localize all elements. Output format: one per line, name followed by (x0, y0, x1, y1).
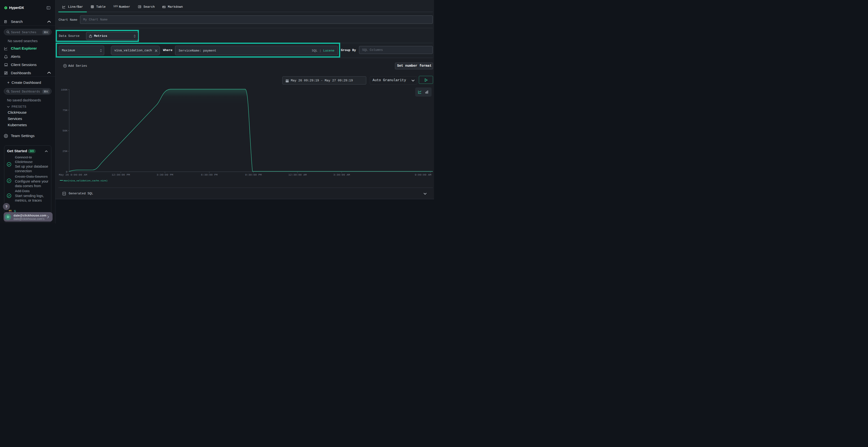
svg-text:75K: 75K (62, 109, 67, 112)
svg-text:3:30:00 PM: 3:30:00 PM (156, 173, 173, 176)
svg-text:0: 0 (66, 170, 67, 173)
svg-text:25K: 25K (62, 149, 67, 153)
svg-text:6:30:00 PM: 6:30:00 PM (201, 173, 217, 176)
svg-text:max(visa_validation_cache.size: max(visa_validation_cache.size) (64, 179, 107, 182)
svg-text:9:30:00 PM: 9:30:00 PM (245, 173, 261, 176)
svg-text:9:00:00 AM: 9:00:00 AM (415, 173, 431, 176)
svg-text:100K: 100K (61, 88, 67, 91)
svg-text:3:30:00 AM: 3:30:00 AM (333, 173, 350, 176)
svg-text:May 26 9:00:00 AM: May 26 9:00:00 AM (59, 173, 87, 176)
svg-text:12:30:00 AM: 12:30:00 AM (288, 173, 307, 176)
svg-text:50K: 50K (62, 129, 67, 132)
svg-text:12:30:00 PM: 12:30:00 PM (112, 173, 130, 176)
